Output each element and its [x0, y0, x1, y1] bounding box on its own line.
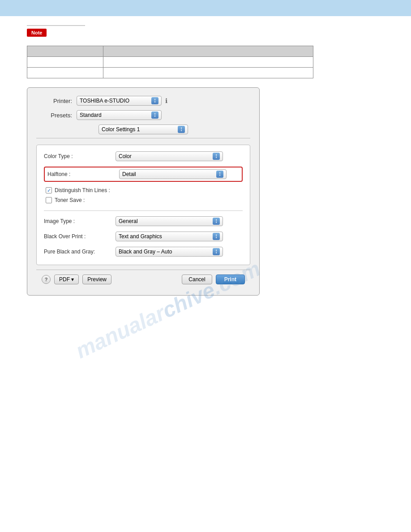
color-type-select[interactable]: Color [116, 151, 223, 161]
color-type-row: Color Type : Color [44, 151, 243, 161]
preview-button[interactable]: Preview [82, 275, 111, 284]
toner-save-label: Toner Save : [55, 197, 85, 203]
halftone-value: Detail [122, 171, 136, 177]
image-type-arrow [213, 218, 220, 225]
top-divider [36, 138, 250, 138]
image-type-select[interactable]: General [116, 216, 223, 226]
printer-select-arrow [151, 97, 158, 104]
table-header-col2 [103, 46, 313, 57]
color-type-arrow [213, 153, 220, 160]
info-table [27, 46, 313, 78]
pure-black-gray-value: Black and Gray – Auto [119, 249, 172, 255]
printer-label: Printer: [36, 98, 72, 104]
image-type-value: General [119, 218, 138, 224]
black-over-print-arrow [213, 233, 220, 240]
toner-save-checkbox[interactable] [46, 197, 52, 203]
table-row1-col2 [103, 57, 313, 68]
panel-title-arrow [178, 126, 185, 133]
color-type-label: Color Type : [44, 153, 116, 159]
black-over-print-row: Black Over Print : Text and Graphics [44, 232, 243, 241]
print-button[interactable]: Print [216, 275, 245, 284]
section-divider [44, 210, 243, 211]
black-over-print-value: Text and Graphics [119, 233, 162, 240]
pdf-button[interactable]: PDF ▾ [54, 275, 79, 284]
settings-panel: Color Type : Color Halftone : Detail Dis… [36, 145, 250, 265]
image-type-label: Image Type : [44, 218, 116, 224]
halftone-row: Halftone : Detail [44, 167, 243, 182]
presets-select[interactable]: Standard [77, 110, 162, 120]
bottom-buttons: ? PDF ▾ Preview Cancel Print [36, 270, 250, 289]
pure-black-gray-arrow [213, 248, 220, 255]
presets-value: Standard [80, 112, 102, 118]
pure-black-gray-row: Pure Black and Gray: Black and Gray – Au… [44, 247, 243, 257]
black-over-print-select[interactable]: Text and Graphics [116, 232, 223, 241]
top-bar [0, 0, 411, 16]
note-badge: Note [27, 29, 47, 37]
pure-black-gray-select[interactable]: Black and Gray – Auto [116, 247, 223, 257]
distinguish-label: Distinguish Thin Lines : [55, 187, 110, 193]
printer-select[interactable]: TOSHIBA e-STUDIO [77, 96, 162, 106]
toner-save-row: Toner Save : [46, 197, 243, 203]
cancel-button[interactable]: Cancel [182, 275, 212, 284]
table-header-col1 [27, 46, 103, 57]
presets-select-arrow [151, 112, 158, 119]
halftone-label: Halftone : [47, 171, 119, 177]
panel-title-value: Color Settings 1 [102, 126, 140, 133]
info-icon: ℹ [165, 97, 167, 104]
table-row1-col1 [27, 57, 103, 68]
halftone-select[interactable]: Detail [119, 169, 227, 179]
table-row2-col1 [27, 68, 103, 78]
printer-row: Printer: TOSHIBA e-STUDIO ℹ [36, 96, 250, 106]
print-dialog: Printer: TOSHIBA e-STUDIO ℹ Presets: Sta… [27, 87, 260, 296]
printer-value: TOSHIBA e-STUDIO [80, 98, 129, 104]
section-underline [27, 25, 85, 26]
help-button[interactable]: ? [42, 275, 51, 284]
panel-title-row: Color Settings 1 [36, 124, 250, 134]
color-type-value: Color [119, 153, 132, 159]
black-over-print-label: Black Over Print : [44, 233, 116, 240]
distinguish-row: Distinguish Thin Lines : [46, 187, 243, 193]
distinguish-checkbox[interactable] [46, 187, 52, 193]
pure-black-gray-label: Pure Black and Gray: [44, 249, 116, 255]
image-type-row: Image Type : General [44, 216, 243, 226]
presets-row: Presets: Standard [36, 110, 250, 120]
table-row2-col2 [103, 68, 313, 78]
presets-label: Presets: [36, 112, 72, 119]
panel-title-select[interactable]: Color Settings 1 [98, 124, 188, 134]
halftone-arrow [216, 171, 223, 178]
